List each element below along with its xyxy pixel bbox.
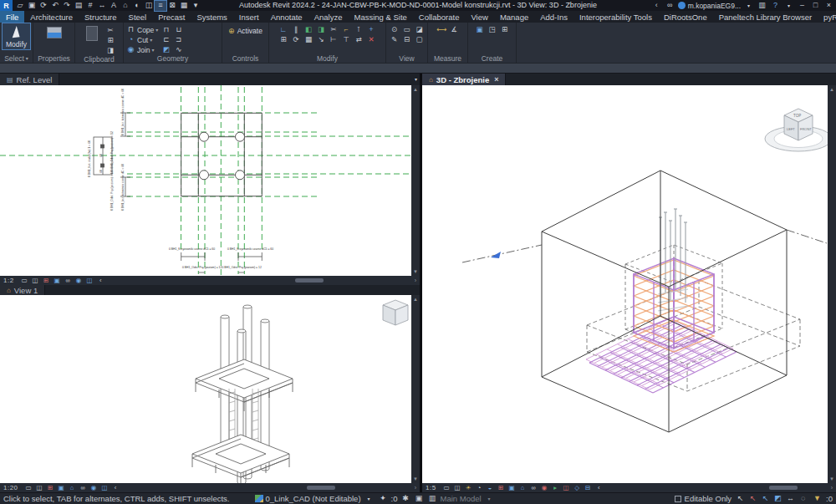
tab-structure[interactable]: Structure [79, 11, 123, 23]
tab-manage[interactable]: Manage [494, 11, 534, 23]
temporary-hide-icon[interactable]: ∞ [64, 277, 73, 284]
reveal-hidden-icon[interactable]: ◉ [89, 484, 99, 491]
save-icon[interactable]: ▣ [26, 1, 38, 11]
cope-button[interactable]: ⊓ Cope▾ [126, 25, 158, 34]
viewcube-small[interactable] [383, 300, 408, 325]
create-assembly-icon[interactable]: ◳ [487, 25, 497, 34]
create-similar-icon[interactable]: ⊞ [499, 25, 510, 34]
view1-canvas[interactable]: ▲▼ [0, 295, 420, 483]
panel-label-geometry[interactable]: Geometry [126, 54, 219, 63]
match-type-icon[interactable]: ◨ [105, 46, 116, 55]
select-pinned-icon[interactable]: ↖ [760, 495, 771, 502]
show-crop-icon[interactable]: ⊞ [42, 277, 51, 284]
crop-region-icon[interactable]: ▣ [53, 277, 62, 284]
modify-tool-button[interactable]: Modify [3, 23, 30, 49]
scroll-right-icon[interactable]: › [415, 485, 416, 491]
visual-style-icon[interactable]: ▭ [442, 484, 451, 491]
crop-region-icon[interactable]: ▣ [507, 484, 517, 491]
user-avatar[interactable] [678, 2, 686, 9]
panel-label-modify[interactable]: Modify [272, 53, 383, 63]
pan-left-icon[interactable]: ‹ [96, 277, 105, 284]
worksharing-display-icon[interactable]: ◫ [85, 277, 94, 284]
design-option-icon[interactable]: ▣ [414, 495, 425, 502]
editable-only-checkbox[interactable] [675, 496, 681, 502]
sync-icon[interactable]: ⟳ [38, 1, 49, 11]
modify-qat-icon[interactable]: # [84, 1, 96, 11]
close-hidden-windows-icon[interactable]: ⊠ [166, 1, 178, 11]
tab-analyze[interactable]: Analyze [308, 11, 349, 23]
close-icon[interactable]: × [823, 1, 834, 11]
tab-precast[interactable]: Precast [152, 11, 191, 23]
cart-icon[interactable]: ▥ [757, 1, 767, 11]
move-icon[interactable]: + [366, 25, 377, 34]
active-workset[interactable]: 0_Link_CAD (Not Editable) [266, 494, 361, 503]
tab-architecture[interactable]: Architecture [24, 11, 79, 23]
shadows-icon[interactable]: ◫ [31, 277, 40, 284]
tab-annotate[interactable]: Annotate [265, 11, 308, 23]
switch-windows-icon[interactable]: ▦ [178, 1, 190, 11]
tab-paneltech[interactable]: Paneltech Library Browser [713, 11, 818, 23]
scale-button[interactable]: 1:5 [426, 484, 436, 491]
drag-on-selection-icon[interactable]: ↔ [785, 495, 796, 502]
create-group-icon[interactable]: ▣ [474, 25, 485, 34]
tab-interoperability-tools[interactable]: Interoperability Tools [573, 11, 658, 23]
render-icon[interactable]: ◐ [131, 1, 143, 11]
undo-icon[interactable]: ↶ [49, 1, 61, 11]
scale-icon[interactable]: ↘ [316, 35, 327, 44]
panel-label-properties[interactable]: Properties [36, 53, 72, 63]
print-icon[interactable]: ▤ [73, 1, 84, 11]
tab-file[interactable]: File [0, 11, 24, 23]
help-caret-icon[interactable]: ▾ [783, 1, 794, 11]
measure-between-points-icon[interactable]: ⟷ [436, 25, 447, 34]
rotate-icon[interactable]: ⟳ [291, 35, 302, 44]
tab-massing-site[interactable]: Massing & Site [348, 11, 412, 23]
select-links-icon[interactable]: ↖ [735, 495, 746, 502]
scale-button[interactable]: 1:2 [3, 277, 14, 284]
pan-left-icon[interactable]: ‹ [594, 484, 604, 491]
visibility-icon[interactable]: ⊙ [389, 25, 400, 34]
panel-label-controls[interactable]: Controls [225, 53, 266, 63]
copy-icon[interactable]: ⊞ [105, 36, 116, 45]
pin-icon[interactable]: ⊺ [354, 25, 364, 34]
panel-label-clipboard[interactable]: Clipboard [78, 55, 120, 64]
thin-lines-icon[interactable]: ≡ [155, 1, 166, 11]
delete-icon[interactable]: ✕ [366, 35, 377, 44]
user-name[interactable]: m.kopaniaEG9... [688, 2, 741, 10]
text-icon[interactable]: A [108, 1, 120, 11]
default-3d-icon[interactable]: ⌂ [68, 484, 77, 491]
viewcube[interactable]: TOP LEFT FRONT [765, 109, 828, 151]
lock-3d-icon[interactable]: ⌂ [518, 484, 528, 491]
cut-icon[interactable]: ✂ [105, 26, 116, 35]
unpin-icon[interactable]: ⊤ [341, 35, 352, 44]
paste-button[interactable] [83, 23, 101, 42]
pan-left-icon[interactable]: ‹ [111, 484, 120, 491]
section-icon[interactable]: ◫ [143, 1, 155, 11]
minimize-icon[interactable]: – [797, 1, 808, 11]
tab-overflow-icon[interactable]: ▾ [415, 77, 417, 82]
highlight-sets-icon[interactable]: ◫ [562, 484, 571, 491]
panel-label-create[interactable]: Create [471, 53, 513, 63]
view-tab-view1[interactable]: ⌂ View 1 [0, 285, 45, 295]
view-tab-ref-level[interactable]: ▤ Ref. Level [0, 74, 59, 85]
unjoin-icon[interactable]: ⊏ [161, 35, 171, 44]
default-3d-view-icon[interactable]: ⌂ [120, 1, 131, 11]
properties-button[interactable] [43, 23, 65, 39]
crop-region-icon[interactable]: ▣ [57, 484, 66, 491]
match-icon[interactable]: ⇄ [354, 35, 364, 44]
workset-caret-icon[interactable]: ▾ [364, 496, 375, 501]
show-crop-icon[interactable]: ⊞ [497, 484, 506, 491]
visual-style-icon[interactable]: ▭ [24, 484, 33, 491]
trim-corner-icon[interactable]: ⊢ [329, 35, 339, 44]
sketchy-lines-icon[interactable]: ◒ [486, 484, 495, 491]
reveal-constraints-icon[interactable]: ⊟ [584, 484, 593, 491]
offset-icon[interactable]: ∥ [291, 25, 302, 34]
join-button[interactable]: ◉ Join▾ [126, 45, 158, 54]
dimension-icon[interactable]: ↔ [96, 1, 108, 11]
tab-steel[interactable]: Steel [123, 11, 153, 23]
shadows-icon[interactable]: ◫ [35, 484, 44, 491]
wall-joins-icon[interactable]: ⊓ [161, 25, 171, 34]
paint-icon[interactable]: ◩ [161, 45, 171, 54]
tab-add-ins[interactable]: Add-Ins [534, 11, 573, 23]
view-range-icon[interactable]: ⊟ [401, 35, 412, 44]
horizontal-scrollbar[interactable] [126, 485, 409, 491]
